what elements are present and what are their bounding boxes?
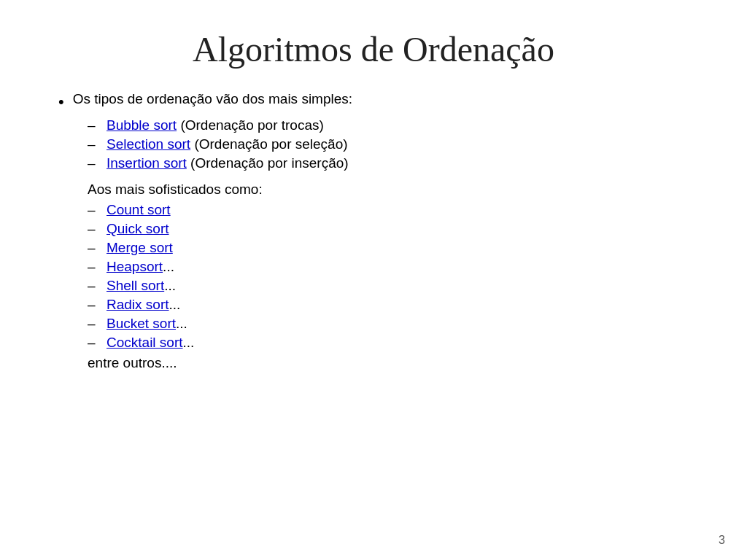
list-item: – Quick sort (88, 221, 703, 237)
dash-icon: – (88, 202, 99, 218)
radix-sort-anchor[interactable]: Radix sort (107, 297, 169, 313)
list-item: – Shell sort ... (88, 278, 703, 294)
dash-icon: – (88, 259, 99, 275)
main-bullet-item: • Os tipos de ordenação vão dos mais sim… (58, 91, 703, 112)
bullet-dot: • (58, 93, 64, 112)
count-sort-anchor[interactable]: Count sort (107, 202, 171, 218)
dash-icon: – (88, 221, 99, 237)
shell-sort-anchor[interactable]: Shell sort (107, 278, 164, 294)
bubble-sort-link: Bubble sort (Ordenação por trocas) (107, 117, 324, 133)
cocktail-sort-suffix: ... (183, 335, 195, 351)
insertion-sort-link: Insertion sort (Ordenação por inserção) (107, 155, 349, 171)
heapsort-anchor[interactable]: Heapsort (107, 259, 163, 275)
dash-icon: – (88, 297, 99, 313)
list-item: – Count sort (88, 202, 703, 218)
simple-sort-list: – Bubble sort (Ordenação por trocas) – S… (88, 117, 703, 171)
insertion-sort-desc: (Ordenação por inserção) (187, 155, 349, 171)
shell-sort-suffix: ... (164, 278, 176, 294)
selection-sort-desc: (Ordenação por seleção) (190, 136, 347, 152)
list-item: – Heapsort ... (88, 259, 703, 275)
slide-content: • Os tipos de ordenação vão dos mais sim… (44, 91, 703, 531)
list-item: – Selection sort (Ordenação por seleção) (88, 136, 703, 152)
dash-icon: – (88, 316, 99, 332)
dash-icon: – (88, 240, 99, 256)
footer-text: entre outros.... (88, 355, 703, 371)
cocktail-sort-anchor[interactable]: Cocktail sort (107, 335, 183, 351)
advanced-sort-list: – Count sort – Quick sort – Merge sort –… (88, 202, 703, 351)
merge-sort-anchor[interactable]: Merge sort (107, 240, 173, 256)
quick-sort-anchor[interactable]: Quick sort (107, 221, 169, 237)
page-number: 3 (719, 534, 725, 547)
dash-icon: – (88, 278, 99, 294)
dash-icon: – (88, 117, 99, 133)
main-bullet-text: Os tipos de ordenação vão dos mais simpl… (73, 91, 352, 107)
slide: Algoritmos de Ordenação • Os tipos de or… (0, 0, 747, 560)
selection-sort-link: Selection sort (Ordenação por seleção) (107, 136, 348, 152)
bubble-sort-desc: (Ordenação por trocas) (177, 117, 324, 133)
advanced-section-label: Aos mais sofisticados como: (88, 182, 703, 198)
selection-sort-anchor[interactable]: Selection sort (107, 136, 190, 152)
heapsort-suffix: ... (163, 259, 174, 275)
list-item: – Cocktail sort ... (88, 335, 703, 351)
bucket-sort-suffix: ... (176, 316, 187, 332)
radix-sort-suffix: ... (169, 297, 181, 313)
bubble-sort-anchor[interactable]: Bubble sort (107, 117, 177, 133)
list-item: – Insertion sort (Ordenação por inserção… (88, 155, 703, 171)
list-item: – Radix sort ... (88, 297, 703, 313)
list-item: – Bucket sort ... (88, 316, 703, 332)
dash-icon: – (88, 136, 99, 152)
insertion-sort-anchor[interactable]: Insertion sort (107, 155, 187, 171)
slide-title: Algoritmos de Ordenação (44, 22, 703, 69)
dash-icon: – (88, 155, 99, 171)
bucket-sort-anchor[interactable]: Bucket sort (107, 316, 176, 332)
dash-icon: – (88, 335, 99, 351)
list-item: – Bubble sort (Ordenação por trocas) (88, 117, 703, 133)
list-item: – Merge sort (88, 240, 703, 256)
